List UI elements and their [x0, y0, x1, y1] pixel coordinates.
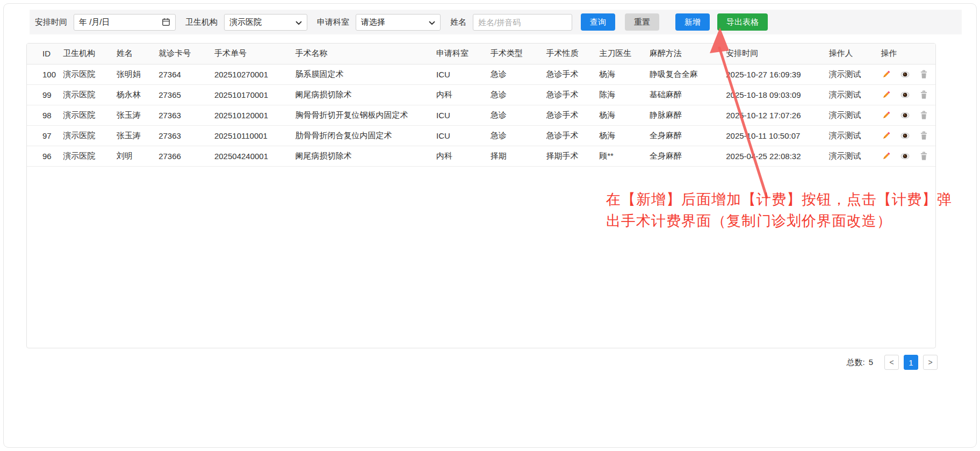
cell-surgery-name: 肠系膜固定术 [296, 64, 437, 84]
cell-surgery-name: 肋骨骨折闭合复位内固定术 [296, 125, 437, 146]
pencil-edit-icon[interactable] [881, 110, 891, 120]
cell-surgery-nature: 急诊手术 [546, 64, 600, 84]
cell-operator: 演示测试 [828, 125, 881, 146]
org-select-value: 演示医院 [229, 17, 262, 27]
surgery-table: ID卫生机构姓名就诊卡号手术单号手术名称申请科室手术类型手术性质主刀医生麻醉方法… [27, 44, 935, 167]
column-header: ID [27, 44, 63, 64]
chevron-down-icon [429, 18, 435, 27]
cell-surgery-type: 择期 [491, 146, 546, 166]
pagination: 总数: 5 < 1 > [846, 354, 938, 370]
table-row[interactable]: 97 演示医院 张玉涛 27363 202510110001 肋骨骨折闭合复位内… [27, 125, 935, 146]
column-header: 手术单号 [214, 44, 296, 64]
filter-bar: 安排时间 年 /月/日 卫生机构 演示医院 申请科室 请选择 [30, 10, 962, 34]
calendar-icon[interactable] [162, 18, 170, 26]
cell-anesthesia: 全身麻醉 [650, 146, 726, 166]
cell-schedule-time: 2025-10-12 17:07:26 [726, 105, 828, 125]
annotation-text: 在【新增】后面增加【计费】按钮，点击【计费】弹 出手术计费界面（复制门诊划价界面… [606, 189, 977, 232]
cell-schedule-time: 2025-10-18 09:03:09 [726, 84, 828, 105]
dept-select-value: 请选择 [361, 17, 385, 27]
cell-anesthesia: 基础麻醉 [650, 84, 726, 105]
date-input-value: 年 /月/日 [79, 17, 110, 27]
cell-id: 98 [27, 105, 63, 125]
eye-view-icon[interactable] [899, 69, 910, 80]
add-button[interactable]: 新增 [675, 13, 710, 31]
query-button[interactable]: 查询 [581, 13, 615, 31]
pencil-edit-icon[interactable] [881, 89, 891, 100]
table-row[interactable]: 96 演示医院 刘明 27366 202504240001 阑尾病损切除术 内科… [27, 146, 935, 166]
cell-anesthesia: 静吸复合全麻 [650, 64, 726, 84]
table-header-row: ID卫生机构姓名就诊卡号手术单号手术名称申请科室手术类型手术性质主刀医生麻醉方法… [27, 44, 935, 64]
column-header: 麻醉方法 [650, 44, 726, 64]
column-header: 操作人 [828, 44, 881, 64]
table-row[interactable]: 100 演示医院 张明娟 27364 202510270001 肠系膜固定术 I… [27, 64, 935, 84]
org-select[interactable]: 演示医院 [224, 14, 307, 31]
eye-view-icon[interactable] [899, 151, 910, 161]
cell-surgeon: 杨海 [599, 125, 650, 146]
trash-delete-icon[interactable] [918, 110, 929, 120]
cell-surgeon: 陈海 [599, 84, 650, 105]
trash-delete-icon[interactable] [918, 130, 929, 141]
cell-surgery-type: 急诊 [491, 105, 546, 125]
trash-delete-icon[interactable] [918, 69, 929, 80]
column-header: 操作 [881, 44, 935, 64]
column-header: 手术类型 [491, 44, 546, 64]
cell-actions [881, 105, 935, 125]
name-input[interactable] [473, 14, 572, 31]
cell-operator: 演示测试 [828, 146, 881, 166]
column-header: 姓名 [117, 44, 158, 64]
cell-id: 97 [27, 125, 63, 146]
cell-operator: 演示测试 [828, 64, 881, 84]
cell-surgery-nature: 急诊手术 [546, 105, 600, 125]
reset-button[interactable]: 重置 [625, 13, 659, 31]
cell-id: 100 [27, 64, 63, 84]
date-input[interactable]: 年 /月/日 [74, 14, 176, 31]
cell-surgery-name: 胸骨骨折切开复位钢板内固定术 [296, 105, 437, 125]
cell-card-no: 27365 [158, 84, 214, 105]
cell-patient-name: 刘明 [117, 146, 158, 166]
export-button[interactable]: 导出表格 [717, 13, 768, 31]
next-page-button[interactable]: > [923, 355, 938, 370]
cell-surgeon: 顾** [599, 146, 650, 166]
page-1-button[interactable]: 1 [904, 355, 918, 370]
column-header: 主刀医生 [599, 44, 650, 64]
trash-delete-icon[interactable] [918, 151, 929, 161]
cell-dept: ICU [436, 105, 491, 125]
pencil-edit-icon[interactable] [881, 151, 891, 161]
cell-patient-name: 张明娟 [117, 64, 158, 84]
trash-delete-icon[interactable] [918, 89, 929, 100]
column-header: 手术性质 [546, 44, 600, 64]
prev-page-button[interactable]: < [884, 355, 899, 370]
cell-surgery-name: 阑尾病损切除术 [296, 84, 437, 105]
cell-operator: 演示测试 [828, 84, 881, 105]
cell-card-no: 27364 [158, 64, 214, 84]
cell-anesthesia: 静脉麻醉 [650, 105, 726, 125]
cell-patient-name: 张玉涛 [117, 105, 158, 125]
eye-view-icon[interactable] [899, 89, 910, 100]
cell-surgery-no: 202504240001 [214, 146, 296, 166]
eye-view-icon[interactable] [899, 110, 910, 120]
cell-operator: 演示测试 [828, 105, 881, 125]
cell-patient-name: 张玉涛 [117, 125, 158, 146]
date-filter-label: 安排时间 [35, 17, 67, 27]
cell-id: 96 [27, 146, 63, 166]
cell-surgery-type: 急诊 [491, 64, 546, 84]
column-header: 卫生机构 [63, 44, 117, 64]
cell-org: 演示医院 [63, 125, 117, 146]
cell-surgery-type: 急诊 [491, 125, 546, 146]
eye-view-icon[interactable] [899, 130, 910, 141]
name-filter-label: 姓名 [450, 17, 466, 27]
pencil-edit-icon[interactable] [881, 69, 891, 80]
cell-dept: 内科 [436, 146, 491, 166]
cell-org: 演示医院 [63, 64, 117, 84]
cell-surgery-no: 202510270001 [214, 64, 296, 84]
pencil-edit-icon[interactable] [881, 130, 891, 141]
cell-surgery-no: 202510170001 [214, 84, 296, 105]
cell-org: 演示医院 [63, 146, 117, 166]
chevron-down-icon [296, 18, 302, 27]
cell-surgery-nature: 择期手术 [546, 146, 600, 166]
table-row[interactable]: 98 演示医院 张玉涛 27363 202510120001 胸骨骨折切开复位钢… [27, 105, 935, 125]
cell-card-no: 27366 [158, 146, 214, 166]
dept-select[interactable]: 请选择 [356, 14, 441, 31]
cell-dept: ICU [436, 125, 491, 146]
table-row[interactable]: 99 演示医院 杨永林 27365 202510170001 阑尾病损切除术 内… [27, 84, 935, 105]
